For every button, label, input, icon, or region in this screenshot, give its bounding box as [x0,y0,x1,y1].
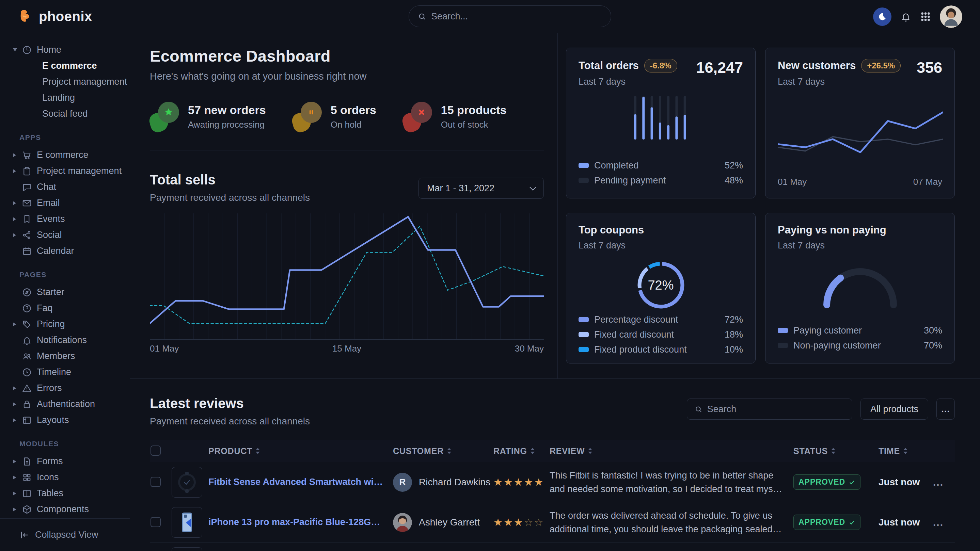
sidebar-item-icons[interactable]: Icons [0,469,130,485]
all-products-button[interactable]: All products [861,399,928,420]
sidebar-subitem-social-feed[interactable]: Social feed [0,106,130,122]
sidebar-item-pricing[interactable]: Pricing [0,316,130,332]
brand-logo[interactable]: phoenix [18,8,92,24]
sidebar-item-notifications[interactable]: Notifications [0,332,130,348]
date-range-value: Mar 1 - 31, 2022 [427,183,495,194]
reviews-table: PRODUCTCUSTOMERRATINGREVIEWSTATUSTIMEFit… [150,440,955,551]
sidebar-item-home[interactable]: Home [0,42,130,58]
select-all-checkbox[interactable] [151,446,161,456]
column-header-review[interactable]: REVIEW [550,446,794,456]
sidebar-subitem-project-management[interactable]: Project management [0,74,130,90]
collapse-view-button[interactable]: Collapsed View [0,518,130,551]
column-header-product[interactable]: PRODUCT [172,446,393,456]
global-search-input[interactable] [431,11,602,22]
reviews-more-button[interactable]: ... [936,399,955,420]
sidebar-item-chat[interactable]: Chat [0,179,130,195]
top-coupons-period: Last 7 days [579,240,743,251]
total-orders-badge: -6.8% [644,59,677,73]
global-search[interactable] [409,5,611,27]
notifications-button[interactable] [900,11,911,22]
date-range-select[interactable]: Mar 1 - 31, 2022 [418,178,544,199]
product-link[interactable]: iPhone 13 pro max-Pacific Blue-128GB sto… [208,517,385,527]
row-checkbox[interactable] [151,517,161,527]
sidebar-item-label: Home [37,44,61,55]
total-orders-title: Total orders [579,60,639,72]
stat-caption: Out of stock [441,119,507,130]
bookmark-icon [22,214,32,224]
sidebar-item-members[interactable]: Members [0,348,130,364]
kpi-cards-zone: Total orders -6.8% Last 7 days 16,247 Co… [558,33,980,378]
legend-label: Pending payment [594,175,666,186]
column-header-rating[interactable]: RATING [493,446,550,456]
grid4-icon [22,472,32,483]
top-navbar: phoenix [0,0,980,33]
customer-name: Ashley Garrett [419,517,480,528]
sidebar-section-label: PAGES [19,271,130,279]
pie-icon [22,45,32,55]
apps-grid-button[interactable] [920,11,931,22]
sidebar-item-forms[interactable]: Forms [0,453,130,469]
column-header-customer[interactable]: CUSTOMER [393,446,493,456]
sidebar-item-email[interactable]: Email [0,195,130,211]
legend-row: Pending payment48% [579,173,743,188]
sidebar-subitem-e-commerce[interactable]: E commerce [0,58,130,74]
legend-row: Percentage discount72% [579,312,743,327]
share-icon [22,230,32,240]
review-text: This Fitbit is fantastic! I was trying t… [550,468,794,496]
total-orders-period: Last 7 days [579,76,677,87]
sidebar-item-calendar[interactable]: Calendar [0,243,130,259]
search-icon [695,405,703,413]
paying-legend: Paying customer30%Non-paying customer70% [778,323,942,353]
sidebar-item-starter[interactable]: Starter [0,284,130,300]
sidebar-subitem-landing[interactable]: Landing [0,90,130,106]
question-icon [22,303,32,313]
total-orders-legend: Completed52%Pending payment48% [579,158,743,188]
reviews-search-input[interactable] [707,404,845,414]
product-link[interactable]: Fitbit Sense Advanced Smartwatch with To… [208,477,385,487]
sidebar-item-faq[interactable]: Faq [0,300,130,316]
nine-dots-grid-icon [920,11,931,22]
legend-swatch [579,163,589,168]
caret-slot [13,418,22,422]
legend-value: 10% [725,345,743,355]
theme-toggle-button[interactable] [873,8,891,26]
sidebar-item-project-management[interactable]: Project management [0,163,130,179]
sidebar-item-social[interactable]: Social [0,227,130,243]
row-more-button[interactable]: ... [933,517,943,528]
legend-label: Fixed card discount [594,329,674,340]
sidebar-item-label: Icons [37,472,59,483]
moon-icon [878,12,887,21]
latest-reviews-section: Latest reviews Payment received across a… [130,379,980,551]
compass-icon [22,287,32,297]
sidebar-item-tables[interactable]: Tables [0,485,130,501]
sidebar-item-components[interactable]: Components [0,501,130,517]
caret-slot [13,169,22,173]
user-avatar[interactable] [940,5,962,28]
reviews-search[interactable] [687,399,852,420]
sidebar-item-events[interactable]: Events [0,211,130,227]
product-thumbnail [172,547,202,551]
row-checkbox[interactable] [151,477,161,487]
column-header-status[interactable]: STATUS [794,446,878,456]
column-header-time[interactable]: TIME [878,446,933,456]
new-customers-line-chart [778,101,942,169]
sidebar-item-e-commerce[interactable]: E commerce [0,147,130,163]
stat-out-of-stock: 15 productsOut of stock [403,102,507,132]
sidebar-item-timeline[interactable]: Timeline [0,364,130,380]
legend-label: Percentage discount [594,314,678,325]
caret-right-icon [13,418,16,422]
sidebar-item-layouts[interactable]: Layouts [0,412,130,428]
caret-right-icon [13,475,16,480]
legend-label: Non-paying customer [794,340,881,351]
total-sells-chart [150,213,544,340]
sidebar-item-errors[interactable]: Errors [0,380,130,396]
review-time: Just now [878,517,933,528]
chevron-down-icon [530,184,536,191]
sidebar-item-label: E commerce [37,150,89,160]
row-more-button[interactable]: ... [933,476,943,488]
legend-label: Paying customer [794,326,862,336]
caret-right-icon [13,169,16,173]
sidebar-item-authentication[interactable]: Authentication [0,396,130,412]
sidebar-section-label: MODULES [19,440,130,448]
caret-slot [13,459,22,464]
